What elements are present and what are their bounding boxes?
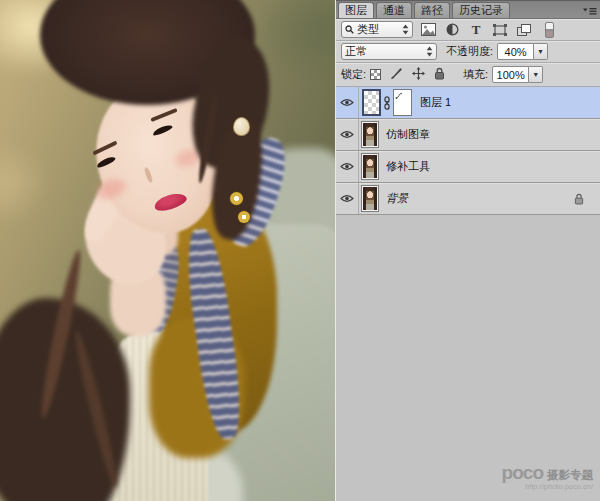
layer-name[interactable]: 图层 1 xyxy=(420,95,451,110)
filter-shape-layers-icon[interactable] xyxy=(491,22,509,38)
updown-arrows-icon xyxy=(402,24,409,35)
fill-dropdown-arrow[interactable]: ▼ xyxy=(529,66,543,83)
photo-brooch xyxy=(230,192,243,205)
fill-value[interactable]: 100% xyxy=(492,66,529,83)
visibility-eye-icon[interactable] xyxy=(336,183,359,214)
opacity-dropdown-arrow[interactable]: ▼ xyxy=(534,43,548,60)
layer-row-clone-stamp[interactable]: 仿制图章 xyxy=(336,119,600,151)
layer-mask-thumbnail[interactable] xyxy=(393,89,412,116)
layer-thumbnail-photo[interactable] xyxy=(362,154,378,179)
filter-type-layers-icon[interactable]: T xyxy=(467,22,485,38)
poco-title: 摄影专题 xyxy=(547,470,593,482)
filter-adjustment-layers-icon[interactable] xyxy=(443,22,461,38)
portrait-photo xyxy=(0,0,335,501)
layer-name[interactable]: 仿制图章 xyxy=(386,127,430,142)
layer-name[interactable]: 修补工具 xyxy=(386,159,430,174)
background-lock-icon xyxy=(574,193,584,205)
layer-thumbnail-photo[interactable] xyxy=(362,186,378,211)
layer-controls: 类型 T xyxy=(336,19,600,87)
layer-thumbnail-photo[interactable] xyxy=(362,122,378,147)
layer-row-patch-tool[interactable]: 修补工具 xyxy=(336,151,600,183)
layers-panel: 图层 通道 路径 历史记录 类型 xyxy=(335,0,600,501)
lock-all-padlock-icon[interactable] xyxy=(434,67,445,82)
opacity-value[interactable]: 40% xyxy=(497,43,534,60)
layer-row-background[interactable]: 背景 xyxy=(336,183,600,215)
lock-row: 锁定: 填充: 100% ▼ xyxy=(336,63,600,87)
blend-row: 正常 不透明度: 40% ▼ xyxy=(336,41,600,63)
photoshop-layers-panel-screenshot: 图层 通道 路径 历史记录 类型 xyxy=(0,0,600,501)
filter-kind-dropdown[interactable]: 类型 xyxy=(341,21,413,38)
tab-channels[interactable]: 通道 xyxy=(376,2,412,18)
lock-transparent-pixels-icon[interactable] xyxy=(370,69,381,80)
tab-paths[interactable]: 路径 xyxy=(414,2,450,18)
fill-label: 填充: xyxy=(463,67,488,82)
panel-tab-bar: 图层 通道 路径 历史记录 xyxy=(336,0,600,19)
layer-thumbnail-transparent[interactable] xyxy=(362,89,381,116)
blend-mode-dropdown[interactable]: 正常 xyxy=(341,43,437,60)
layer-list: 图层 1 仿制图章 修补工具 背景 xyxy=(336,87,600,215)
poco-watermark: poco 摄影专题 http://photo.poco.cn/ xyxy=(502,463,593,491)
lock-label: 锁定: xyxy=(341,67,366,82)
poco-brand: poco xyxy=(502,463,543,482)
poco-url: http://photo.poco.cn/ xyxy=(502,483,593,491)
filter-pixel-layers-icon[interactable] xyxy=(419,22,437,38)
visibility-eye-icon[interactable] xyxy=(336,119,359,150)
filter-row: 类型 T xyxy=(336,19,600,41)
lock-position-move-icon[interactable] xyxy=(412,67,425,82)
layer-name[interactable]: 背景 xyxy=(386,191,408,206)
photo-brooch xyxy=(238,211,250,223)
lock-image-pixels-brush-icon[interactable] xyxy=(390,67,403,82)
tab-layers[interactable]: 图层 xyxy=(338,2,374,18)
filter-kind-label: 类型 xyxy=(357,22,399,37)
link-chain-icon xyxy=(383,96,391,110)
updown-arrows-icon xyxy=(426,46,433,57)
tab-history[interactable]: 历史记录 xyxy=(452,2,510,18)
visibility-eye-icon[interactable] xyxy=(336,151,359,182)
layer-row-layer-1[interactable]: 图层 1 xyxy=(336,87,600,119)
filter-smart-objects-icon[interactable] xyxy=(515,22,533,38)
opacity-label: 不透明度: xyxy=(446,44,493,59)
visibility-eye-icon[interactable] xyxy=(336,87,359,118)
panel-empty-area: poco 摄影专题 http://photo.poco.cn/ xyxy=(336,215,600,501)
filtering-toggle-switch[interactable] xyxy=(545,22,554,38)
photo-earring xyxy=(233,117,250,136)
panel-menu-icon[interactable] xyxy=(583,6,597,15)
search-icon xyxy=(345,24,354,36)
blend-mode-value: 正常 xyxy=(345,44,426,59)
